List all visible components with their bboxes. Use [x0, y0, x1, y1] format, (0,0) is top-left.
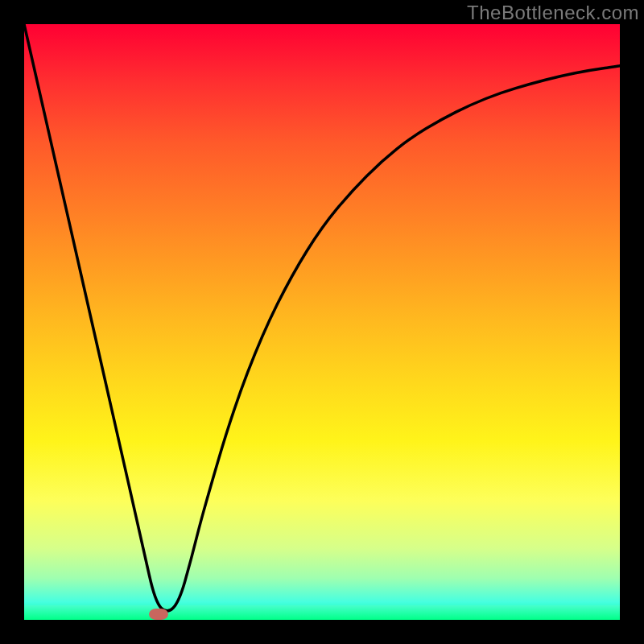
watermark-text: TheBottleneck.com: [467, 2, 639, 24]
bottleneck-curve: [24, 24, 620, 620]
chart-frame: TheBottleneck.com: [0, 0, 644, 644]
plot-area: [24, 24, 620, 620]
optimal-point-marker: [149, 609, 168, 620]
